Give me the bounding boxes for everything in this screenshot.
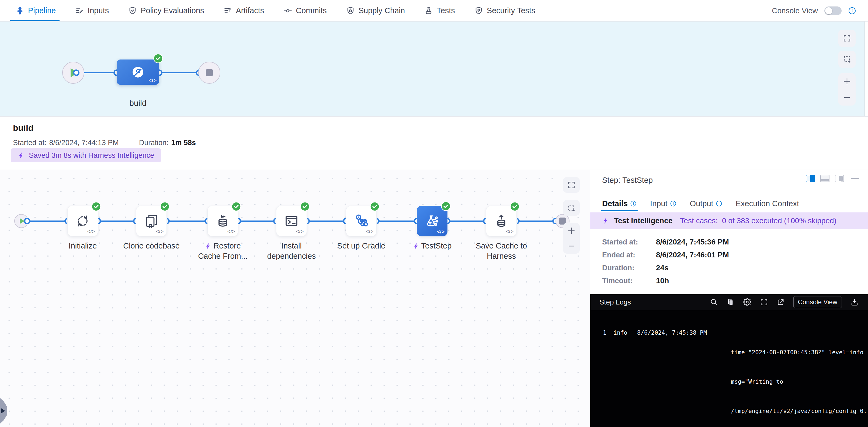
- lightning-icon: [602, 217, 609, 224]
- tab-label: Tests: [437, 6, 455, 15]
- inputs-icon: [75, 6, 84, 15]
- code-glyph: </>: [296, 229, 304, 234]
- code-glyph: </>: [506, 229, 514, 234]
- stage-label: build: [117, 99, 159, 108]
- copy-icon[interactable]: [726, 298, 735, 306]
- step-label-install-dependencies: Install dependencies: [251, 241, 332, 261]
- success-check-icon: [510, 202, 520, 211]
- step-node-save-cache[interactable]: </>: [486, 206, 517, 236]
- console-view-toggle[interactable]: [824, 6, 842, 15]
- layout-bottom-split-icon[interactable]: [820, 175, 830, 182]
- step-node-install-dependencies[interactable]: </>: [276, 206, 307, 236]
- lightning-icon: [205, 242, 212, 250]
- pipeline-icon: [16, 6, 24, 15]
- fit-to-screen-button[interactable]: [838, 30, 856, 47]
- tab-input[interactable]: Input: [650, 196, 677, 211]
- tab-commits[interactable]: Commits: [283, 0, 327, 21]
- info-icon[interactable]: [848, 7, 856, 15]
- top-nav: Pipeline Inputs Policy Evaluations Artif…: [0, 0, 868, 22]
- step-logs: Step Logs: [590, 294, 868, 427]
- stage-info-strip: build Started at: 8/6/2024, 7:44:13 PM D…: [0, 116, 868, 170]
- minimize-panel-button[interactable]: [851, 178, 859, 179]
- step-node-set-up-gradle[interactable]: </>: [346, 206, 377, 236]
- fullscreen-icon[interactable]: [760, 298, 768, 306]
- code-glyph: </>: [156, 229, 164, 234]
- shield-scan-icon: [474, 6, 483, 15]
- build-stage-icon: [130, 64, 146, 80]
- tab-inputs[interactable]: Inputs: [75, 0, 109, 21]
- step-node-initialize[interactable]: </>: [67, 206, 98, 236]
- tab-artifacts[interactable]: Artifacts: [224, 0, 264, 21]
- search-icon[interactable]: [710, 298, 718, 306]
- gradle-pipeline-icon: [353, 213, 369, 229]
- tab-tests[interactable]: Tests: [424, 0, 455, 21]
- panel-tabs: Details Input Output Execution Context: [602, 196, 799, 211]
- detail-row-timeout: Timeout: 10h: [602, 276, 729, 285]
- tab-pipeline[interactable]: Pipeline: [16, 0, 56, 21]
- test-intelligence-icon: [424, 213, 440, 229]
- layout-right-split-icon[interactable]: [806, 175, 815, 182]
- step-logs-title: Step Logs: [599, 298, 631, 306]
- tab-output[interactable]: Output: [690, 196, 722, 211]
- git-commit-icon: [283, 6, 292, 15]
- zoom-in-button[interactable]: [838, 74, 856, 89]
- panel-title: Step: TestStep: [602, 176, 653, 185]
- success-check-icon: [160, 202, 170, 211]
- console-view-label: Console View: [772, 6, 818, 15]
- nav-tabs: Pipeline Inputs Policy Evaluations Artif…: [16, 0, 535, 21]
- open-external-icon[interactable]: [777, 298, 785, 306]
- clone-codebase-icon: [143, 213, 159, 229]
- pipeline-execution-page: Pipeline Inputs Policy Evaluations Artif…: [0, 0, 868, 427]
- tab-details[interactable]: Details: [602, 196, 637, 211]
- step-node-restore-cache[interactable]: </>: [208, 206, 238, 236]
- info-icon[interactable]: [630, 200, 637, 207]
- stage-node-build[interactable]: </>: [117, 60, 159, 85]
- stage-graph-canvas: </> build: [0, 22, 865, 116]
- zoom-in-button[interactable]: [563, 224, 580, 238]
- shield-check-icon: [128, 6, 137, 15]
- success-check-icon: [370, 202, 380, 211]
- tab-execution-context[interactable]: Execution Context: [736, 196, 799, 211]
- zoom-out-button[interactable]: [563, 239, 580, 253]
- success-check-icon: [153, 54, 163, 63]
- started-value: 8/6/2024, 7:44:13 PM: [49, 139, 119, 147]
- tab-label: Security Tests: [487, 6, 535, 15]
- detail-row-ended: Ended at: 8/6/2024, 7:46:01 PM: [602, 251, 729, 259]
- connector-line: [159, 72, 199, 73]
- fit-to-screen-button[interactable]: [563, 177, 580, 193]
- info-icon[interactable]: [716, 200, 722, 207]
- initialize-icon: [74, 213, 91, 229]
- step-label-clone-codebase: Clone codebase: [111, 241, 192, 251]
- stage-started: Started at: 8/6/2024, 7:44:13 PM: [13, 139, 119, 147]
- settings-gear-icon[interactable]: [743, 298, 751, 306]
- marquee-select-button[interactable]: [563, 200, 580, 216]
- tab-security-tests[interactable]: Security Tests: [474, 0, 535, 21]
- code-glyph: </>: [227, 229, 235, 234]
- success-check-icon: [300, 202, 310, 211]
- log-output[interactable]: 1 info 8/6/2024, 7:45:38 PM time="2024-0…: [590, 310, 868, 427]
- tab-policy-evaluations[interactable]: Policy Evaluations: [128, 0, 204, 21]
- step-graph-canvas: </> </> </> </> </> </>: [0, 170, 590, 427]
- log-message: time="2024-08-07T00:45:38Z" level=info m…: [731, 328, 867, 427]
- badge-text: Saved 3m 8s with Harness Intelligence: [29, 151, 154, 160]
- tab-supply-chain[interactable]: Supply Chain: [346, 0, 405, 21]
- download-icon[interactable]: [850, 298, 859, 306]
- harness-intelligence-badge: Saved 3m 8s with Harness Intelligence: [11, 149, 161, 162]
- success-check-icon: [91, 202, 101, 211]
- tab-label: Pipeline: [28, 6, 56, 15]
- step-details-panel: Step: TestStep Details Input O: [590, 170, 868, 427]
- stop-icon: [206, 69, 213, 76]
- tab-label: Inputs: [88, 6, 109, 15]
- zoom-out-button[interactable]: [838, 90, 856, 105]
- log-entry: 1 info 8/6/2024, 7:45:38 PM time="2024-0…: [596, 328, 868, 427]
- marquee-select-button[interactable]: [838, 51, 856, 68]
- step-node-clone-codebase[interactable]: </>: [136, 206, 167, 236]
- info-icon[interactable]: [670, 200, 677, 207]
- success-check-icon: [441, 201, 451, 211]
- panel-layout-controls: [806, 175, 859, 182]
- console-view-control: Console View: [772, 6, 856, 15]
- layout-right-panel-icon[interactable]: [835, 175, 844, 182]
- console-view-button[interactable]: Console View: [794, 296, 842, 308]
- shield-nodes-icon: [346, 6, 355, 15]
- step-node-teststep[interactable]: </>: [417, 206, 447, 236]
